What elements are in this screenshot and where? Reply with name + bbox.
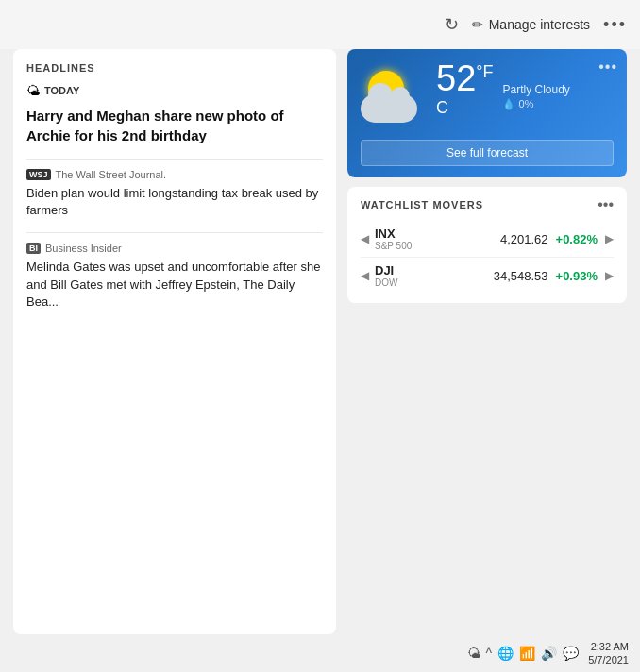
taskbar-time: 2:32 AM: [588, 640, 629, 653]
temperature-display: 52°FC: [436, 60, 493, 132]
stock-left-inx: ◀ INX S&P 500: [361, 227, 412, 251]
taskbar-network-icon[interactable]: 🌐: [497, 646, 514, 661]
stock-row-dji[interactable]: ◀ DJI DOW 34,548.53 +0.93% ▶: [361, 258, 614, 294]
taskbar-weather-icon: 🌤: [467, 646, 480, 661]
divider-2: [26, 232, 323, 233]
watchlist-header: WATCHLIST MOVERS •••: [361, 196, 614, 213]
stock-info-dji: DJI DOW: [375, 263, 397, 288]
today-label: TODAY: [44, 85, 79, 96]
wsj-logo: WSJ: [26, 169, 51, 180]
stock-price-dji: 34,548.53: [494, 269, 548, 283]
stock-arrow-left-inx: ◀: [361, 232, 369, 245]
temp-area: 52°FC: [436, 60, 493, 132]
stock-price-inx: 4,201.62: [500, 232, 548, 246]
taskbar-volume-icon[interactable]: 🔊: [541, 646, 557, 661]
stock-arrow-right-dji: ▶: [605, 269, 614, 282]
weather-icon: [361, 71, 427, 123]
stock-change-inx: +0.82%: [556, 232, 598, 246]
stock-change-dji: +0.93%: [556, 269, 598, 283]
rain-chance: 💧 0%: [502, 98, 569, 110]
headline-secondary[interactable]: Biden plan would limit longstanding tax …: [26, 185, 323, 219]
weather-desc-area: Partly Cloudy 💧 0%: [502, 82, 569, 110]
headline-tertiary[interactable]: Melinda Gates was upset and uncomfortabl…: [26, 259, 323, 311]
stock-row-inx[interactable]: ◀ INX S&P 500 4,201.62 +0.82% ▶: [361, 221, 614, 258]
toolbar: ↻ ✏ Manage interests •••: [0, 0, 640, 49]
stock-left-dji: ◀ DJI DOW: [361, 263, 397, 288]
weather-main-row: 52°FC Partly Cloudy 💧 0%: [361, 60, 614, 132]
stock-right-inx: 4,201.62 +0.82% ▶: [500, 232, 614, 246]
headline-main[interactable]: Harry and Meghan share new photo of Arch…: [26, 106, 323, 145]
stock-right-dji: 34,548.53 +0.93% ▶: [494, 269, 614, 283]
headlines-panel: HEADLINES 🌤 TODAY Harry and Meghan share…: [13, 49, 336, 634]
source-name-2: Business Insider: [45, 243, 122, 254]
right-panel: ••• 52°FC Partly Cloudy 💧 0% See full fo…: [347, 49, 627, 634]
watchlist-more-button[interactable]: •••: [598, 196, 614, 213]
source-name-1: The Wall Street Journal.: [56, 169, 167, 180]
refresh-icon[interactable]: ↻: [445, 14, 459, 35]
weather-card: ••• 52°FC Partly Cloudy 💧 0% See full fo…: [347, 49, 627, 177]
headlines-title: HEADLINES: [26, 62, 323, 74]
pencil-icon: ✏: [472, 17, 483, 32]
manage-interests-button[interactable]: ✏ Manage interests: [472, 17, 590, 32]
today-icon: 🌤: [26, 83, 40, 98]
taskbar-caret-icon[interactable]: ^: [486, 646, 493, 661]
more-options-button[interactable]: •••: [603, 15, 627, 35]
see-forecast-button[interactable]: See full forecast: [361, 140, 614, 166]
main-content: HEADLINES 🌤 TODAY Harry and Meghan share…: [0, 49, 640, 634]
weather-more-button[interactable]: •••: [598, 59, 617, 76]
temperature-value: 52: [436, 59, 476, 98]
today-badge: 🌤 TODAY: [26, 83, 323, 98]
taskbar: 🌤 ^ 🌐 📶 🔊 💬 2:32 AM 5/7/2021: [0, 634, 640, 672]
bi-logo: BI: [26, 243, 41, 254]
manage-interests-label: Manage interests: [489, 17, 590, 32]
stock-symbol-inx: INX: [375, 227, 412, 241]
taskbar-time-display: 2:32 AM 5/7/2021: [588, 640, 629, 667]
cloud-icon: [361, 94, 417, 123]
divider-1: [26, 159, 323, 160]
stock-symbol-dji: DJI: [375, 263, 397, 277]
stock-name-inx: S&P 500: [375, 241, 412, 251]
source-row-1: WSJ The Wall Street Journal.: [26, 169, 323, 180]
watchlist-card: WATCHLIST MOVERS ••• ◀ INX S&P 500 4,201…: [347, 187, 627, 303]
taskbar-message-icon[interactable]: 💬: [563, 646, 579, 661]
taskbar-icons: 🌤 ^ 🌐 📶 🔊 💬: [467, 646, 580, 661]
source-row-2: BI Business Insider: [26, 243, 323, 254]
stock-arrow-left-dji: ◀: [361, 269, 369, 282]
stock-info-inx: INX S&P 500: [375, 227, 412, 251]
taskbar-wifi-icon[interactable]: 📶: [519, 646, 535, 661]
stock-arrow-right-inx: ▶: [605, 232, 614, 245]
stock-name-dji: DOW: [375, 277, 397, 288]
weather-description: Partly Cloudy: [502, 82, 569, 98]
taskbar-date: 5/7/2021: [588, 653, 629, 666]
watchlist-title: WATCHLIST MOVERS: [361, 199, 483, 210]
